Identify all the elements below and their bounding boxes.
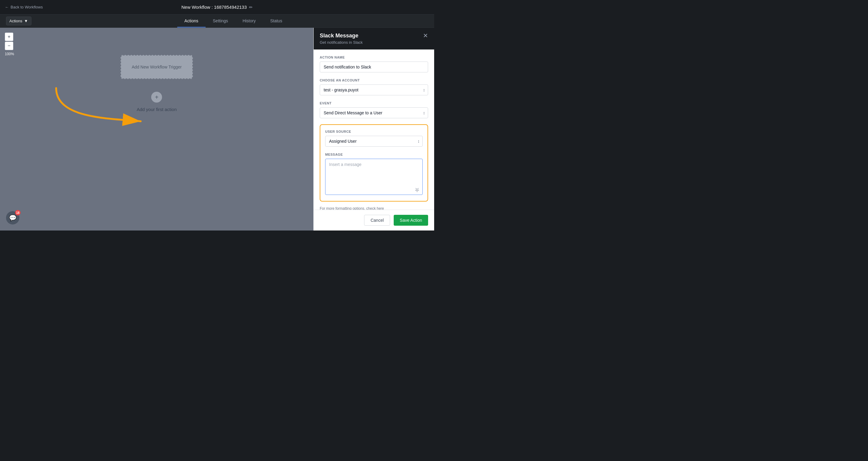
add-action-button[interactable]: + xyxy=(151,91,163,103)
event-label: EVENT xyxy=(320,101,428,105)
account-select-wrapper: test - grasya.puyot ↕ xyxy=(320,85,428,95)
tab-status-label: Status xyxy=(270,19,282,23)
tab-actions[interactable]: Actions xyxy=(177,15,206,28)
panel-title-group: Slack Message Get notifications in Slack xyxy=(320,33,363,45)
highlighted-section: USER SOURCE Assigned User ↕ MESSAGE ⛧ xyxy=(320,124,428,201)
add-action-node: + Add your first action xyxy=(137,91,177,112)
actions-dropdown-label: Actions xyxy=(9,19,22,23)
tag-icon: ⛧ xyxy=(415,188,420,193)
cancel-button[interactable]: Cancel xyxy=(364,215,390,226)
tab-settings[interactable]: Settings xyxy=(206,15,236,28)
plus-icon: + xyxy=(155,94,158,101)
user-source-select-wrapper: Assigned User ↕ xyxy=(325,136,423,146)
main-content: + − 100% Add New Workflow Trigger + Add … xyxy=(0,28,434,230)
tab-status[interactable]: Status xyxy=(263,15,289,28)
formatting-hint-text: For more formatting options, check here xyxy=(320,206,384,210)
tab-history[interactable]: History xyxy=(235,15,263,28)
action-name-field-group: ACTION NAME xyxy=(320,56,428,72)
event-select-wrapper: Send Direct Message to a User ↕ xyxy=(320,107,428,118)
event-select[interactable]: Send Direct Message to a User xyxy=(320,107,428,118)
user-source-label: USER SOURCE xyxy=(325,130,423,133)
actions-dropdown[interactable]: Actions ▼ xyxy=(6,17,31,25)
edit-workflow-icon[interactable]: ✏ xyxy=(249,5,253,10)
zoom-level: 100% xyxy=(5,52,14,56)
account-select[interactable]: test - grasya.puyot xyxy=(320,85,428,95)
zoom-out-button[interactable]: − xyxy=(5,42,13,50)
canvas: + − 100% Add New Workflow Trigger + Add … xyxy=(0,28,313,230)
tabs: Actions Settings History Status xyxy=(39,15,428,28)
back-label: Back to Workflows xyxy=(10,5,43,9)
tab-settings-label: Settings xyxy=(213,19,228,23)
action-name-label: ACTION NAME xyxy=(320,56,428,59)
workflow-title-text: New Workflow : 1687854942133 xyxy=(181,4,247,10)
message-field-group: MESSAGE ⛧ xyxy=(325,153,423,196)
event-field-group: EVENT Send Direct Message to a User ↕ xyxy=(320,101,428,118)
message-label: MESSAGE xyxy=(325,153,423,156)
save-action-button[interactable]: Save Action xyxy=(394,215,428,226)
add-action-label: Add your first action xyxy=(137,107,177,112)
message-input[interactable] xyxy=(325,159,423,195)
formatting-hint: For more formatting options, check here xyxy=(320,206,428,210)
dropdown-arrow-icon: ▼ xyxy=(24,19,28,23)
chat-icon: 💬 xyxy=(9,214,17,222)
close-panel-button[interactable]: ✕ xyxy=(423,33,428,39)
tab-history-label: History xyxy=(242,19,256,23)
user-source-select[interactable]: Assigned User xyxy=(325,136,423,146)
panel-body: ACTION NAME CHOOSE AN ACCOUNT test - gra… xyxy=(314,50,434,210)
user-source-field-group: USER SOURCE Assigned User ↕ xyxy=(325,130,423,146)
zoom-controls: + − 100% xyxy=(5,33,14,56)
zoom-in-button[interactable]: + xyxy=(5,33,13,41)
panel-title: Slack Message xyxy=(320,33,363,39)
panel-subtitle: Get notifications in Slack xyxy=(320,40,363,45)
topbar: ← Back to Workflows New Workflow : 16878… xyxy=(0,0,434,14)
workflow-title-group: New Workflow : 1687854942133 ✏ xyxy=(181,4,253,10)
tab-actions-label: Actions xyxy=(184,19,198,23)
workflow-trigger-box[interactable]: Add New Workflow Trigger xyxy=(121,55,193,79)
tabbar: Actions ▼ Actions Settings History Statu… xyxy=(0,14,434,28)
account-label: CHOOSE AN ACCOUNT xyxy=(320,78,428,82)
action-name-input[interactable] xyxy=(320,62,428,72)
panel-header: Slack Message Get notifications in Slack… xyxy=(314,28,434,50)
account-field-group: CHOOSE AN ACCOUNT test - grasya.puyot ↕ xyxy=(320,78,428,95)
chat-badge: 18 xyxy=(15,210,21,216)
message-textarea-wrapper: ⛧ xyxy=(325,159,423,196)
chat-widget[interactable]: 💬 18 xyxy=(6,211,19,225)
panel-footer: Cancel Save Action xyxy=(314,210,434,230)
right-panel: Slack Message Get notifications in Slack… xyxy=(313,28,434,230)
trigger-box-label: Add New Workflow Trigger xyxy=(132,65,181,69)
back-arrow-icon: ← xyxy=(5,5,9,9)
back-to-workflows-button[interactable]: ← Back to Workflows xyxy=(5,5,43,9)
